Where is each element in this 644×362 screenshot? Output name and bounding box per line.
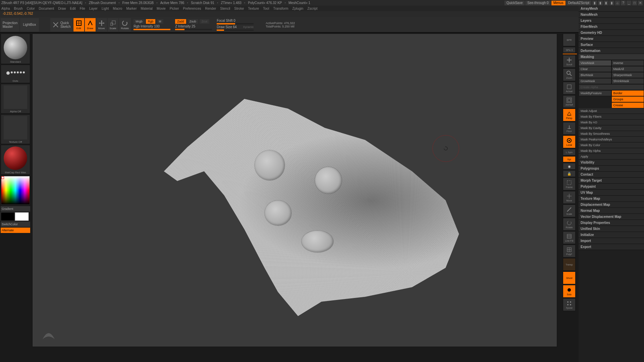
focal-shift-slider[interactable]: [217, 23, 254, 24]
rgb-button[interactable]: Rgb: [146, 19, 156, 24]
z-intensity-slider[interactable]: [175, 29, 212, 30]
zadd-button[interactable]: Zadd: [175, 19, 186, 24]
menu-item[interactable]: Movie: [157, 7, 166, 10]
section-deformation[interactable]: Deformation: [579, 48, 644, 54]
maskall-button[interactable]: MaskAll: [611, 66, 644, 72]
menu-item[interactable]: Edit: [70, 7, 76, 10]
menu-item[interactable]: Layer: [89, 7, 98, 10]
menu-item[interactable]: Brush: [14, 7, 23, 10]
draw-size-label[interactable]: Draw Size 64: [217, 25, 236, 29]
draw-button[interactable]: Draw: [85, 18, 96, 32]
menu-item[interactable]: Zplugin: [292, 7, 304, 10]
material-selector[interactable]: MatCap Red Wax: [1, 145, 30, 175]
defaultzscript-button[interactable]: DefaultZScript: [566, 1, 591, 5]
apply-item[interactable]: Apply: [579, 154, 644, 160]
persp-button[interactable]: Persp: [563, 109, 576, 121]
color-picker[interactable]: [1, 175, 30, 205]
quicksketch-button[interactable]: Quick Sketch: [50, 18, 73, 32]
dynamic-toggle[interactable]: Dynamic: [243, 25, 254, 28]
m-button[interactable]: M: [157, 19, 163, 24]
viewport[interactable]: [32, 34, 557, 347]
sharpenmask-button[interactable]: SharpenMask: [611, 72, 644, 78]
col-btn-1[interactable]: ▮: [592, 1, 597, 5]
minimize-button[interactable]: _: [627, 1, 631, 5]
menu-item[interactable]: Light: [102, 7, 109, 10]
section-unifiedskin[interactable]: Unified Skin: [579, 226, 644, 232]
scale-view-button[interactable]: Scale: [563, 204, 576, 217]
menu-item[interactable]: Color: [27, 7, 35, 10]
switchcolor-button[interactable]: SwitchColor: [1, 222, 30, 227]
mask-by-cavity-item[interactable]: Mask By Cavity: [579, 125, 644, 131]
rotate-button[interactable]: Rotate: [119, 18, 131, 32]
primary-color-swatch[interactable]: [15, 212, 29, 221]
section-masking[interactable]: Masking: [579, 54, 644, 60]
mask-by-ao-item[interactable]: Mask By AO: [579, 120, 644, 125]
col-btn-3[interactable]: ▮: [604, 1, 608, 5]
menu-item[interactable]: Stroke: [234, 7, 244, 10]
actual-button[interactable]: Actual: [563, 82, 576, 95]
alternate-button[interactable]: Alternate: [1, 228, 30, 233]
focal-shift-label[interactable]: Focal Shift 0: [217, 19, 235, 22]
section-contact[interactable]: Contact: [579, 172, 644, 178]
menu-item[interactable]: Draw: [58, 7, 66, 10]
menu-item[interactable]: Marker: [126, 7, 137, 10]
maximize-button[interactable]: □: [632, 1, 637, 5]
shrinkmask-button[interactable]: ShrinkMask: [611, 78, 644, 84]
mrgb-button[interactable]: Mrgb: [133, 19, 145, 24]
menu-item[interactable]: Stencil: [220, 7, 230, 10]
section-polygroups[interactable]: Polygroups: [579, 166, 644, 172]
draw-size-slider[interactable]: [217, 29, 254, 31]
scale-button[interactable]: Scale: [108, 18, 118, 32]
section-normalmap[interactable]: Normal Map: [579, 208, 644, 214]
rotate-view-button[interactable]: Rotate: [563, 218, 576, 231]
move-button[interactable]: Move: [96, 18, 107, 32]
scroll-button[interactable]: Scroll: [563, 55, 576, 68]
section-morphtarget[interactable]: Morph Target: [579, 178, 644, 184]
quicksave-button[interactable]: QuickSave: [504, 1, 525, 5]
menu-item[interactable]: Macro: [113, 7, 122, 10]
createalpha-button[interactable]: Create Alpha: [579, 84, 644, 90]
rgb-intensity-label[interactable]: Rgb Intensity 100: [133, 24, 160, 28]
section-polypaint[interactable]: Polypaint: [579, 184, 644, 190]
transp-button[interactable]: Transp: [563, 258, 576, 271]
section-initialize[interactable]: Initialize: [579, 232, 644, 238]
solo-button[interactable]: Solo: [563, 285, 576, 298]
color-picker-square[interactable]: [1, 176, 30, 204]
mask-peaksandvalleys-item[interactable]: Mask PeaksAndValleys: [579, 137, 644, 142]
section-nanomesh[interactable]: NanoMesh: [579, 12, 644, 18]
section-visibility[interactable]: Visibility: [579, 160, 644, 166]
move-view-button[interactable]: Move: [563, 191, 576, 204]
menu-item[interactable]: Alpha: [1, 7, 10, 10]
zsub-button[interactable]: Zsub: [187, 19, 198, 24]
home-button[interactable]: ⌂: [615, 1, 620, 5]
section-geometryhd[interactable]: Geometry HD: [579, 30, 644, 36]
growmask-button[interactable]: GrowMask: [579, 78, 611, 84]
gradient-button[interactable]: Gradient: [1, 206, 30, 212]
mask-by-color-item[interactable]: Mask By Color: [579, 142, 644, 148]
blurmask-button[interactable]: BlurMask: [579, 72, 611, 78]
mask-by-smoothness-item[interactable]: Mask By Smoothness: [579, 131, 644, 137]
viewmask-button[interactable]: ViewMask: [579, 60, 611, 66]
spix-slider[interactable]: SPix 3: [563, 47, 576, 53]
xpose-button[interactable]: Xpose: [563, 298, 576, 311]
alpha-selector[interactable]: Alpha Off: [1, 84, 30, 114]
menu-item[interactable]: Preferences: [183, 7, 201, 10]
menu-item[interactable]: Render: [205, 7, 216, 10]
section-vectordisplacementmap[interactable]: Vector Displacement Map: [579, 214, 644, 220]
menu-item[interactable]: File: [80, 7, 85, 10]
crease-button[interactable]: Crease: [611, 102, 644, 108]
section-layers[interactable]: Layers: [579, 18, 644, 24]
menu-item[interactable]: Zscript: [307, 7, 317, 10]
frame-button[interactable]: Frame: [563, 178, 576, 190]
menu-item[interactable]: Transform: [273, 7, 288, 10]
zcut-button[interactable]: Zcut: [200, 19, 210, 24]
menu-item[interactable]: Texture: [248, 7, 259, 10]
lock-button[interactable]: 🔒: [563, 170, 576, 177]
section-displayproperties[interactable]: Display Properties: [579, 220, 644, 226]
seethrough-slider[interactable]: See-through 0: [525, 1, 550, 5]
mask-adjust-item[interactable]: Mask Adjust: [579, 108, 644, 114]
brush-selector[interactable]: Standard: [1, 34, 30, 64]
local-button[interactable]: Local: [563, 135, 576, 148]
section-displacementmap[interactable]: Displacement Map: [579, 202, 644, 208]
projection-master-button[interactable]: Projection Master: [1, 18, 19, 32]
